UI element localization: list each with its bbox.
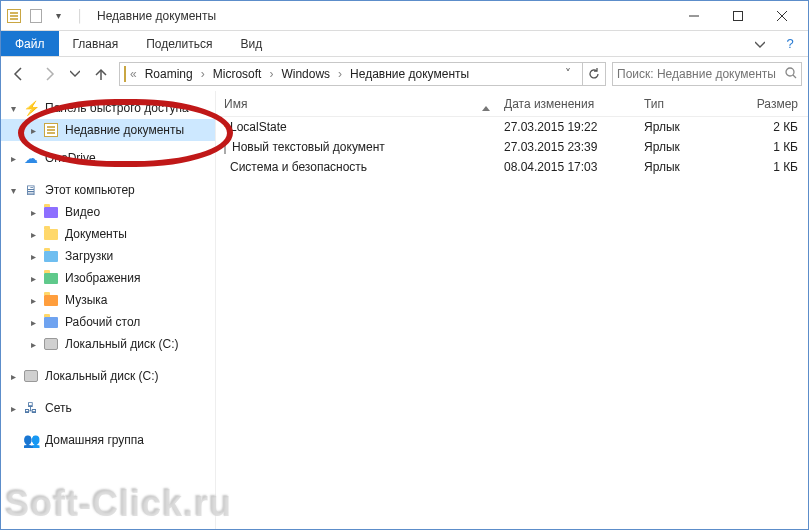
ribbon-expand-icon[interactable]	[748, 31, 772, 56]
sidebar-item-label: Недавние документы	[63, 123, 184, 137]
onedrive-icon: ☁	[23, 150, 39, 166]
breadcrumb-item[interactable]: Roaming	[141, 65, 197, 83]
breadcrumb-item[interactable]: Microsoft	[209, 65, 266, 83]
search-input[interactable]	[617, 67, 781, 81]
sidebar-item-downloads[interactable]: ▸ Загрузки	[1, 245, 215, 267]
properties-icon[interactable]	[27, 7, 45, 25]
navigation-pane[interactable]: ▾ ⚡ Панель быстрого доступа ▸ Недавние д…	[1, 91, 216, 529]
breadcrumb-item[interactable]: Недавние документы	[346, 65, 473, 83]
file-row[interactable]: Система и безопасность08.04.2015 17:03Яр…	[216, 157, 808, 177]
expand-icon[interactable]: ▸	[7, 153, 19, 164]
file-date: 08.04.2015 17:03	[496, 160, 636, 174]
expand-icon[interactable]: ▸	[27, 339, 39, 350]
chevron-right-icon[interactable]: ›	[199, 67, 207, 81]
sidebar-item-video[interactable]: ▸ Видео	[1, 201, 215, 223]
svg-line-6	[793, 75, 796, 78]
ribbon-tab-share[interactable]: Поделиться	[132, 31, 226, 56]
title-bar: ▾ │ Недавние документы	[1, 1, 808, 31]
file-name: LocalState	[230, 120, 287, 134]
recent-icon	[43, 122, 59, 138]
collapse-icon[interactable]: ▾	[7, 185, 19, 196]
up-arrow-icon	[93, 66, 109, 82]
sidebar-item-network[interactable]: ▸ 🖧 Сеть	[1, 397, 215, 419]
breadcrumb-dropdown-icon[interactable]: ˅	[558, 67, 578, 81]
ribbon-help-icon[interactable]: ?	[778, 31, 802, 56]
back-arrow-icon	[11, 66, 27, 82]
svg-point-5	[786, 68, 794, 76]
search-icon[interactable]	[785, 67, 797, 82]
collapse-icon[interactable]: ▾	[7, 103, 19, 114]
sidebar-item-pictures[interactable]: ▸ Изображения	[1, 267, 215, 289]
column-header-type[interactable]: Тип	[636, 97, 736, 111]
sidebar-item-label: Домашняя группа	[43, 433, 144, 447]
sidebar-item-label: Локальный диск (C:)	[63, 337, 179, 351]
sidebar-item-desktop[interactable]: ▸ Рабочий стол	[1, 311, 215, 333]
forward-arrow-icon	[41, 66, 57, 82]
refresh-button[interactable]	[582, 62, 606, 86]
file-name: Система и безопасность	[230, 160, 367, 174]
sidebar-item-onedrive[interactable]: ▸ ☁ OneDrive	[1, 147, 215, 169]
ribbon-tab-view[interactable]: Вид	[226, 31, 276, 56]
breadcrumb-bar[interactable]: « Roaming › Microsoft › Windows › Недавн…	[119, 62, 583, 86]
column-header-size[interactable]: Размер	[736, 97, 806, 111]
maximize-button[interactable]	[716, 2, 760, 30]
ribbon: Файл Главная Поделиться Вид ?	[1, 31, 808, 57]
file-type: Ярлык	[636, 140, 736, 154]
file-date: 27.03.2015 19:22	[496, 120, 636, 134]
sidebar-item-documents[interactable]: ▸ Документы	[1, 223, 215, 245]
sidebar-item-label: Сеть	[43, 401, 72, 415]
search-box[interactable]	[612, 62, 802, 86]
expand-icon[interactable]: ▸	[27, 125, 39, 136]
sidebar-item-label: OneDrive	[43, 151, 96, 165]
sidebar-item-quick-access[interactable]: ▾ ⚡ Панель быстрого доступа	[1, 97, 215, 119]
folder-icon	[43, 248, 59, 264]
sidebar-item-music[interactable]: ▸ Музыка	[1, 289, 215, 311]
back-button[interactable]	[7, 62, 31, 86]
expand-icon[interactable]: ▸	[7, 371, 19, 382]
recent-locations-button[interactable]	[67, 62, 83, 86]
sidebar-item-recent[interactable]: ▸ Недавние документы	[1, 119, 215, 141]
file-size: 2 КБ	[736, 120, 806, 134]
sidebar-item-thispc[interactable]: ▾ 🖥 Этот компьютер	[1, 179, 215, 201]
sidebar-item-label: Этот компьютер	[43, 183, 135, 197]
chevron-right-icon[interactable]: ›	[267, 67, 275, 81]
chevron-right-icon[interactable]: ›	[336, 67, 344, 81]
forward-button[interactable]	[37, 62, 61, 86]
file-size: 1 КБ	[736, 140, 806, 154]
sidebar-item-disk-c[interactable]: ▸ Локальный диск (C:)	[1, 333, 215, 355]
folder-icon	[43, 314, 59, 330]
column-headers: Имя Дата изменения Тип Размер	[216, 91, 808, 117]
chevron-down-icon	[70, 69, 80, 79]
breadcrumb-item[interactable]: Windows	[277, 65, 334, 83]
disk-icon	[23, 368, 39, 384]
sidebar-item-label: Изображения	[63, 271, 140, 285]
file-size: 1 КБ	[736, 160, 806, 174]
expand-icon[interactable]: ▸	[27, 295, 39, 306]
file-date: 27.03.2015 23:39	[496, 140, 636, 154]
sidebar-item-label: Рабочий стол	[63, 315, 140, 329]
expand-icon[interactable]: ▸	[27, 317, 39, 328]
minimize-icon	[689, 11, 699, 21]
breadcrumb-root-icon[interactable]	[124, 67, 126, 81]
close-button[interactable]	[760, 2, 804, 30]
folder-icon	[43, 292, 59, 308]
expand-icon[interactable]: ▸	[27, 207, 39, 218]
ribbon-tab-file[interactable]: Файл	[1, 31, 59, 56]
ribbon-tab-home[interactable]: Главная	[59, 31, 133, 56]
up-button[interactable]	[89, 62, 113, 86]
file-row[interactable]: LocalState27.03.2015 19:22Ярлык2 КБ	[216, 117, 808, 137]
expand-icon[interactable]: ▸	[7, 403, 19, 414]
column-header-name[interactable]: Имя	[216, 97, 496, 111]
file-row[interactable]: Новый текстовый документ27.03.2015 23:39…	[216, 137, 808, 157]
sidebar-item-homegroup[interactable]: 👥 Домашняя группа	[1, 429, 215, 451]
column-header-date[interactable]: Дата изменения	[496, 97, 636, 111]
sidebar-item-disk-c-root[interactable]: ▸ Локальный диск (C:)	[1, 365, 215, 387]
expand-icon[interactable]: ▸	[27, 229, 39, 240]
pc-icon: 🖥	[23, 182, 39, 198]
expand-icon[interactable]: ▸	[27, 273, 39, 284]
minimize-button[interactable]	[672, 2, 716, 30]
toolbar-dropdown-icon[interactable]: ▾	[49, 7, 67, 25]
expand-icon[interactable]: ▸	[27, 251, 39, 262]
chevron-right-icon[interactable]: «	[128, 67, 139, 81]
file-list[interactable]: LocalState27.03.2015 19:22Ярлык2 КБНовый…	[216, 117, 808, 529]
